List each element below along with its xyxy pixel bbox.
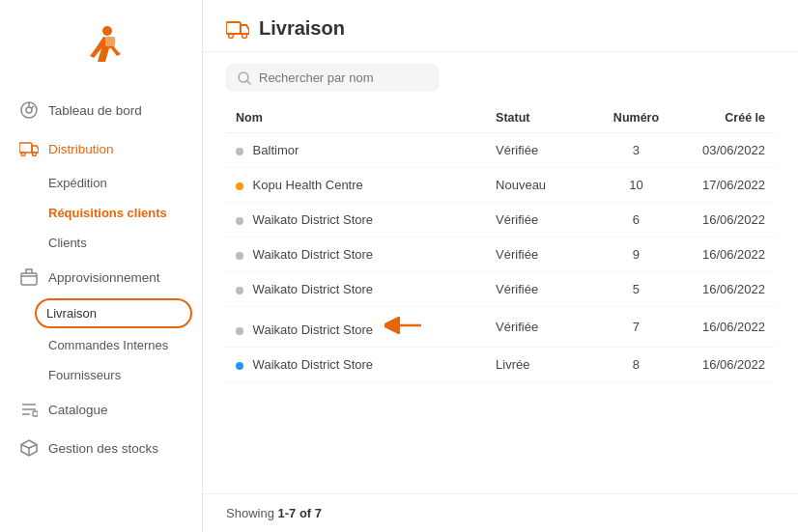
sidebar-item-expedition[interactable]: Expédition [0,168,202,198]
cell-cree: 16/06/2022 [670,238,775,272]
sidebar: Tableau de bord Distribution Expédition … [0,0,203,532]
livraison-table: Nom Statut Numéro Créé le Baltimor Vérif… [226,103,775,382]
box-icon [19,267,39,287]
status-dot [236,362,243,370]
cell-numero: 8 [602,348,671,382]
pagination-info: Showing 1-7 of 7 [203,493,798,532]
svg-rect-10 [21,273,37,285]
cell-cree: 16/06/2022 [670,203,775,238]
list-icon [19,400,39,419]
search-input[interactable] [259,70,427,85]
dashboard-icon [19,100,39,120]
svg-line-18 [29,445,37,449]
svg-rect-2 [105,37,115,46]
table-row[interactable]: Waikato District Store Vérifiée 6 16/06/… [226,203,775,238]
cell-numero: 9 [602,238,671,272]
table-row[interactable]: Waikato District Store Vérifiée 5 16/06/… [226,272,775,307]
cell-nom: Kopu Health Centre [226,168,486,203]
cell-cree: 16/06/2022 [670,307,775,348]
svg-line-17 [21,445,29,449]
cell-nom: Baltimor [226,133,486,168]
cell-statut: Livrée [486,348,602,382]
sidebar-item-approvisionnement[interactable]: Approvisionnement [0,258,202,296]
sidebar-item-requisitions[interactable]: Réquisitions clients [0,198,202,228]
cell-nom: Waikato District Store [226,307,486,348]
cell-numero: 6 [602,203,671,238]
sidebar-item-catalogue[interactable]: Catalogue [0,390,202,429]
cell-statut: Nouveau [486,168,602,203]
col-header-cree: Créé le [670,103,775,133]
table-row[interactable]: Kopu Health Centre Nouveau 10 17/06/2022 [226,168,775,203]
table-row[interactable]: Waikato District Store Livrée 8 16/06/20… [226,348,775,382]
sidebar-label-approvisionnement: Approvisionnement [48,270,160,285]
table-row[interactable]: Baltimor Vérifiée 3 03/06/2022 [226,133,775,168]
cell-statut: Vérifiée [486,238,602,272]
svg-point-21 [242,33,247,38]
data-table-container: Nom Statut Numéro Créé le Baltimor Vérif… [203,103,798,493]
svg-rect-14 [33,411,38,416]
sidebar-item-distribution[interactable]: Distribution [0,129,202,168]
table-row[interactable]: Waikato District Store Vérifiée 9 16/06/… [226,238,775,272]
sidebar-label-tableau: Tableau de bord [48,103,142,118]
status-dot [236,148,243,155]
truck-icon [19,139,39,158]
cell-statut: Vérifiée [486,307,602,348]
table-row[interactable]: Waikato District Store Vérifiée 7 16/06/… [226,307,775,348]
svg-line-23 [247,81,250,84]
status-dot [236,217,243,225]
cell-numero: 7 [602,307,671,348]
sidebar-item-fournisseurs[interactable]: Fournisseurs [0,360,202,390]
status-dot [236,182,243,190]
svg-rect-7 [19,143,32,153]
cell-cree: 17/06/2022 [670,168,775,203]
cell-nom: Waikato District Store [226,203,486,238]
sidebar-label-gestion: Gestion des stocks [48,441,158,456]
svg-point-9 [33,153,37,156]
livraison-header-icon [226,19,249,39]
package-icon [19,438,39,458]
cell-statut: Vérifiée [486,203,602,238]
status-dot [236,327,243,335]
cell-numero: 10 [602,168,671,203]
sidebar-item-gestion-stocks[interactable]: Gestion des stocks [0,429,202,467]
arrow-annotation [385,317,425,334]
main-content: Livraison Nom Statut Numéro Créé le [203,0,798,532]
svg-rect-19 [226,22,241,34]
cell-numero: 3 [602,133,671,168]
cell-cree: 16/06/2022 [670,348,775,382]
logo [0,10,202,91]
cell-nom: Waikato District Store [226,238,486,272]
cell-statut: Vérifiée [486,133,602,168]
col-header-statut: Statut [486,103,602,133]
sidebar-item-livraison[interactable]: Livraison [35,298,192,328]
cell-cree: 03/06/2022 [670,133,775,168]
sidebar-item-commandes-internes[interactable]: Commandes Internes [0,330,202,360]
page-title: Livraison [259,17,345,40]
svg-point-20 [229,33,234,38]
svg-line-6 [31,106,34,108]
sidebar-item-clients[interactable]: Clients [0,228,202,258]
cell-statut: Vérifiée [486,272,602,307]
col-header-numero: Numéro [602,103,671,133]
sidebar-label-catalogue: Catalogue [48,403,108,417]
cell-cree: 16/06/2022 [670,272,775,307]
sidebar-item-tableau-de-bord[interactable]: Tableau de bord [0,91,202,129]
search-bar[interactable] [226,64,439,92]
search-icon [238,71,251,85]
sidebar-label-distribution: Distribution [48,142,114,156]
col-header-nom: Nom [226,103,486,133]
status-dot [236,287,243,294]
main-header: Livraison [203,0,798,52]
status-dot [236,252,243,260]
cell-nom: Waikato District Store [226,272,486,307]
cell-nom: Waikato District Store [226,348,486,382]
svg-point-8 [21,153,25,156]
cell-numero: 5 [602,272,671,307]
svg-point-1 [102,26,112,36]
